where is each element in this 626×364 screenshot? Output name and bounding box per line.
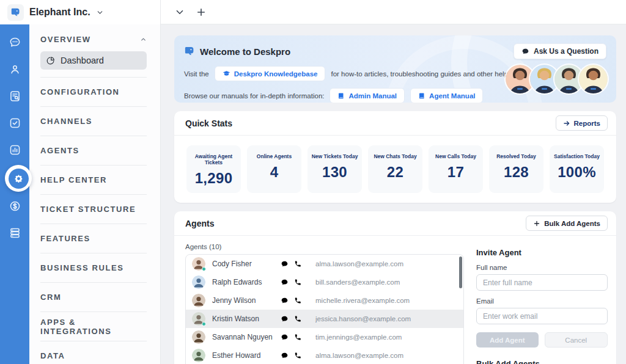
stat-card: Online Agents 4: [247, 145, 301, 193]
agent-row[interactable]: Jenny Wilson michelle.rivera@example.com: [186, 291, 463, 310]
overview-label: OVERVIEW: [40, 35, 91, 44]
agent-row[interactable]: Ralph Edwards bill.sanders@example.com: [186, 273, 463, 291]
chat-toggle-icon[interactable]: [281, 333, 289, 341]
billing-icon: [9, 200, 21, 213]
rail-billing-icon[interactable]: [3, 194, 26, 217]
stat-value: 17: [429, 164, 483, 181]
org-switcher[interactable]: Elephant Inc.: [0, 0, 160, 24]
dashboard-label: Dashboard: [61, 56, 104, 65]
stat-card: New Chats Today 22: [368, 145, 422, 193]
app-window: Elephant Inc. OVERVIEW: [0, 0, 626, 364]
stat-card: Satisfaction Today 100%: [550, 145, 604, 193]
nav-sections: CONFIGURATIONCHANNELSAGENTSHELP CENTERTI…: [40, 78, 160, 364]
check-square-icon: [9, 117, 21, 129]
doc-search-icon: [9, 90, 21, 103]
rail-bar-chart-icon[interactable]: [3, 138, 26, 161]
sidebar-item-help-center[interactable]: HELP CENTER: [40, 166, 147, 195]
sidebar-item-apps-integrations[interactable]: APPS & INTEGRATIONS: [40, 312, 147, 341]
sidebar-item-overview[interactable]: OVERVIEW: [40, 32, 160, 46]
sidebar-item-business-rules[interactable]: BUSINESS RULES: [40, 253, 147, 283]
stat-value: 130: [307, 164, 362, 181]
sidebar: Elephant Inc. OVERVIEW: [0, 0, 161, 364]
banner-title: Welcome to Deskpro: [200, 46, 290, 57]
agent-row[interactable]: Esther Howard alma.lawson@example.com: [186, 346, 463, 364]
avatar: [192, 312, 205, 326]
gear-icon: [13, 173, 24, 184]
plus-icon: [533, 220, 540, 227]
chat-toggle-icon[interactable]: [281, 352, 289, 360]
reports-button[interactable]: Reports: [556, 115, 608, 131]
agent-name: Jenny Wilson: [212, 296, 281, 305]
phone-toggle-icon[interactable]: [294, 297, 302, 305]
chat-icon: [9, 36, 21, 49]
add-tab-icon[interactable]: [196, 7, 207, 18]
admin-manual-button[interactable]: Admin Manual: [330, 88, 405, 103]
phone-toggle-icon[interactable]: [294, 278, 302, 286]
sidebar-item-crm[interactable]: CRM: [40, 283, 147, 312]
topbar: [161, 0, 626, 24]
avatar: [192, 294, 205, 307]
rail-doc-search-icon[interactable]: [3, 84, 26, 107]
agent-manual-button[interactable]: Agent Manual: [410, 88, 483, 103]
cancel-button[interactable]: Cancel: [545, 332, 608, 348]
add-agent-button[interactable]: Add Agent: [476, 332, 539, 348]
rail-gear-icon[interactable]: [5, 165, 32, 192]
ask-question-button[interactable]: Ask Us a Question: [514, 43, 606, 59]
agent-email: alma.lawson@example.com: [315, 352, 403, 359]
phone-toggle-icon[interactable]: [294, 315, 302, 323]
chat-toggle-icon[interactable]: [281, 278, 289, 286]
agent-email: bill.sanders@example.com: [315, 278, 400, 286]
chat-toggle-icon[interactable]: [281, 315, 289, 323]
rail-check-square-icon[interactable]: [3, 111, 26, 134]
agent-row[interactable]: Savannah Nguyen tim.jennings@example.com: [186, 328, 463, 346]
scrollbar-thumb[interactable]: [459, 257, 462, 288]
book-icon: [337, 92, 345, 100]
stat-label: New Tickets Today: [307, 153, 362, 159]
stat-value: 4: [247, 164, 301, 181]
stat-card: Awaiting Agent Tickets 1,290: [186, 145, 241, 193]
person-icon: [9, 63, 21, 76]
main-area: Welcome to Deskpro Ask Us a Question Vis…: [161, 0, 626, 364]
deskpro-logo-icon: [184, 46, 195, 57]
sidebar-item-configuration[interactable]: CONFIGURATION: [40, 78, 147, 107]
agent-row[interactable]: Kristin Watson jessica.hanson@example.co…: [186, 310, 463, 328]
bulk-add-agents-button[interactable]: Bulk Add Agents: [526, 216, 608, 231]
sidebar-item-features[interactable]: FEATURES: [40, 224, 147, 253]
agents-card: Agents Bulk Add Agents Agents (10): [174, 211, 616, 364]
content-scroll[interactable]: Welcome to Deskpro Ask Us a Question Vis…: [161, 24, 626, 364]
phone-toggle-icon[interactable]: [294, 260, 302, 268]
sidebar-item-dashboard[interactable]: Dashboard: [40, 51, 147, 70]
team-avatars: [510, 65, 608, 93]
avatar: [192, 275, 205, 289]
agent-email: jessica.hanson@example.com: [315, 315, 411, 322]
stat-value: 22: [368, 164, 422, 181]
rail-chat-icon[interactable]: [3, 31, 26, 54]
chat-toggle-icon[interactable]: [281, 260, 289, 268]
banner-text: Browse our manuals for in-depth informat…: [184, 92, 324, 100]
agent-row[interactable]: Cody Fisher alma.lawson@example.com: [186, 255, 463, 273]
pie-chart-icon: [46, 56, 55, 65]
collapse-chevron-icon[interactable]: [174, 7, 185, 18]
stat-label: New Chats Today: [368, 153, 422, 159]
sidebar-item-ticket-structure[interactable]: TICKET STRUCTURE: [40, 195, 147, 224]
chat-toggle-icon[interactable]: [281, 297, 289, 305]
stat-label: Satisfaction Today: [550, 153, 604, 159]
sidebar-item-agents[interactable]: AGENTS: [40, 136, 147, 166]
rail-person-icon[interactable]: [3, 57, 26, 81]
email-field[interactable]: [476, 308, 608, 324]
phone-toggle-icon[interactable]: [294, 352, 302, 360]
avatar: [192, 349, 205, 362]
stat-value: 1,290: [186, 170, 241, 187]
stat-label: Awaiting Agent Tickets: [186, 153, 241, 166]
knowledgebase-button[interactable]: Deskpro Knowledgebase: [215, 66, 326, 81]
sidebar-item-channels[interactable]: CHANNELS: [40, 107, 147, 136]
agents-list: Cody Fisher alma.lawson@example.com Ralp…: [185, 254, 464, 364]
agent-name: Savannah Nguyen: [212, 333, 281, 341]
sidebar-item-data[interactable]: DATA: [40, 341, 147, 364]
full-name-field[interactable]: [476, 274, 608, 291]
rail-database-icon[interactable]: [3, 221, 26, 244]
speech-bubble-icon: [521, 48, 529, 56]
phone-toggle-icon[interactable]: [294, 333, 302, 341]
email-label: Email: [476, 297, 608, 305]
admin-nav: OVERVIEW Dashboard CONFIGURATIONCHANNELS…: [29, 24, 160, 364]
